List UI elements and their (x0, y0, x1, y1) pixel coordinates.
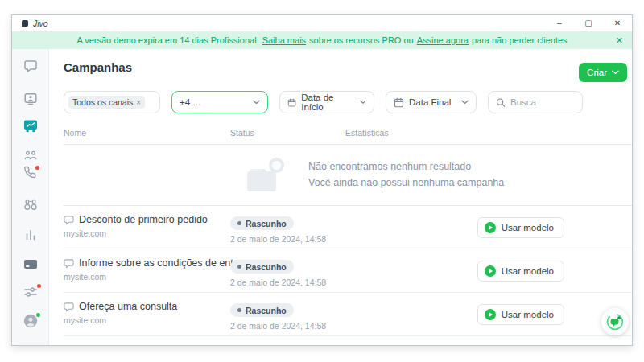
play-icon (485, 309, 496, 320)
sidebar-item-billing[interactable] (12, 257, 49, 270)
team-icon (23, 150, 38, 161)
page-title: Campanhas (64, 60, 632, 74)
status-label: Rascunho (246, 262, 287, 272)
demo-banner: A versão demo expira em 14 dias Profissi… (12, 31, 632, 49)
credit-card-icon (23, 257, 38, 270)
calendar-icon (394, 97, 404, 108)
sidebar-item-team[interactable] (12, 150, 49, 161)
window-title: Jivo (33, 19, 48, 28)
use-template-button[interactable]: Usar modelo (477, 304, 564, 325)
end-date-filter[interactable]: Data Final (386, 91, 477, 113)
sidebar-item-profile[interactable] (12, 314, 49, 328)
magnifier-icon (269, 158, 284, 173)
table-row[interactable]: Desconto de primeiro pedido mysite.com R… (64, 206, 632, 249)
campaign-board-icon (23, 119, 38, 133)
empty-state: Não encontramos nenhum resultado Você ai… (64, 145, 632, 206)
sidebar-item-contacts[interactable] (12, 92, 49, 106)
sidebar-item-chats[interactable] (12, 59, 49, 73)
create-campaign-button[interactable]: Criar (579, 63, 627, 82)
use-template-button[interactable]: Usar modelo (477, 217, 564, 238)
saiba-mais-link[interactable]: Saiba mais (262, 35, 306, 45)
chevron-down-icon (360, 100, 366, 105)
channels-filter-dropdown[interactable]: Todos os canais × (64, 91, 160, 113)
title-bar: Jivo – ▢ ✕ (12, 15, 632, 31)
close-button[interactable]: ✕ (603, 15, 632, 31)
contact-card-icon (23, 92, 38, 106)
status-dot-icon (237, 221, 242, 225)
banner-text-3: para não perder clientes (472, 35, 568, 45)
campaign-date: 2 de maio de 2024, 14:58 (230, 278, 326, 287)
sliders-icon (23, 286, 38, 298)
campaign-bubble-icon (64, 302, 74, 312)
empty-state-illustration (247, 158, 289, 193)
empty-line-1: Não encontramos nenhum resultado (308, 159, 504, 175)
maximize-button[interactable]: ▢ (574, 15, 603, 31)
app-logo-icon (22, 20, 28, 27)
campaign-status: Rascunho 2 de maio de 2024, 14:58 (230, 257, 326, 287)
column-header-status: Status (230, 128, 254, 138)
tag-remove-icon[interactable]: × (136, 98, 141, 107)
channels-tag-label: Todos os canais (72, 97, 133, 107)
app-window: Jivo – ▢ ✕ A versão demo expira em 14 di… (11, 14, 633, 346)
jivo-chat-widget-button[interactable] (601, 308, 629, 335)
search-icon (496, 97, 506, 108)
chevron-down-icon (253, 100, 260, 105)
status-dot-icon (237, 308, 242, 312)
status-badge: Rascunho (230, 260, 294, 274)
play-icon (485, 265, 496, 277)
empty-state-text: Não encontramos nenhum resultado Você ai… (308, 159, 504, 191)
empty-line-2: Você ainda não possui nenhuma campanha (308, 175, 504, 191)
sidebar-item-statistics[interactable] (12, 228, 49, 241)
status-label: Rascunho (246, 306, 287, 315)
banner-close-icon[interactable]: ✕ (616, 31, 623, 49)
table-row[interactable]: Informe sobre as condições de entrega my… (64, 249, 632, 293)
use-template-label: Usar modelo (502, 223, 554, 232)
types-filter-dropdown[interactable]: +4 ... (171, 91, 268, 113)
campaign-bubble-icon (64, 258, 74, 269)
binoculars-icon (23, 199, 38, 211)
chevron-down-icon (461, 100, 469, 105)
start-date-label: Data de Início (301, 93, 350, 112)
status-badge: Rascunho (230, 216, 294, 230)
minimize-button[interactable]: – (545, 15, 574, 31)
sidebar-item-campaigns-active[interactable] (12, 119, 49, 133)
search-input[interactable] (510, 97, 575, 107)
campaign-name[interactable]: Desconto de primeiro pedido (79, 214, 208, 225)
chat-bubble-icon (23, 59, 38, 73)
sidebar-item-settings[interactable] (12, 286, 49, 298)
use-template-button[interactable]: Usar modelo (477, 261, 564, 282)
table-header: Nome Status Estatísticas (64, 127, 632, 145)
use-template-label: Usar modelo (502, 266, 554, 276)
bar-chart-icon (24, 228, 37, 241)
table-row[interactable]: Ofereça uma consulta mysite.com Rascunho… (64, 293, 632, 336)
campaign-name[interactable]: Informe sobre as condições de entrega (79, 257, 254, 269)
types-filter-value: +4 ... (180, 97, 200, 107)
campaign-status: Rascunho 2 de maio de 2024, 14:58 (230, 214, 326, 244)
campaign-date: 2 de maio de 2024, 14:58 (230, 234, 326, 244)
use-template-label: Usar modelo (502, 310, 554, 319)
chevron-down-icon (612, 70, 619, 75)
assine-agora-link[interactable]: Assine agora (417, 35, 469, 45)
calendar-icon (287, 97, 296, 108)
banner-text-1: A versão demo expira em 14 dias Profissi… (76, 35, 258, 45)
sidebar (12, 49, 49, 345)
create-button-label: Criar (587, 68, 607, 77)
campaign-bubble-icon (64, 215, 74, 225)
search-box[interactable] (488, 91, 583, 113)
channels-filter-tag: Todos os canais × (68, 96, 145, 109)
status-badge: Rascunho (230, 303, 294, 317)
sidebar-item-visitors[interactable] (12, 199, 49, 211)
jivo-logo-icon (605, 312, 625, 331)
campaign-status: Rascunho 2 de maio de 2024, 14:58 (230, 301, 326, 331)
main-content: Campanhas Criar Todos os canais × +4 ... (49, 49, 632, 345)
start-date-filter[interactable]: Data de Início (279, 91, 374, 113)
column-header-stats: Estatísticas (345, 128, 389, 138)
campaign-date: 2 de maio de 2024, 14:58 (230, 321, 326, 331)
campaign-name[interactable]: Ofereça uma consulta (79, 301, 177, 312)
filter-bar: Todos os canais × +4 ... Data de Início (64, 91, 632, 113)
sidebar-item-phone[interactable] (12, 166, 49, 179)
window-controls: – ▢ ✕ (545, 15, 632, 31)
table-row-partial (64, 336, 632, 345)
phone-notification-dot (35, 166, 39, 170)
settings-notification-dot (37, 284, 41, 288)
